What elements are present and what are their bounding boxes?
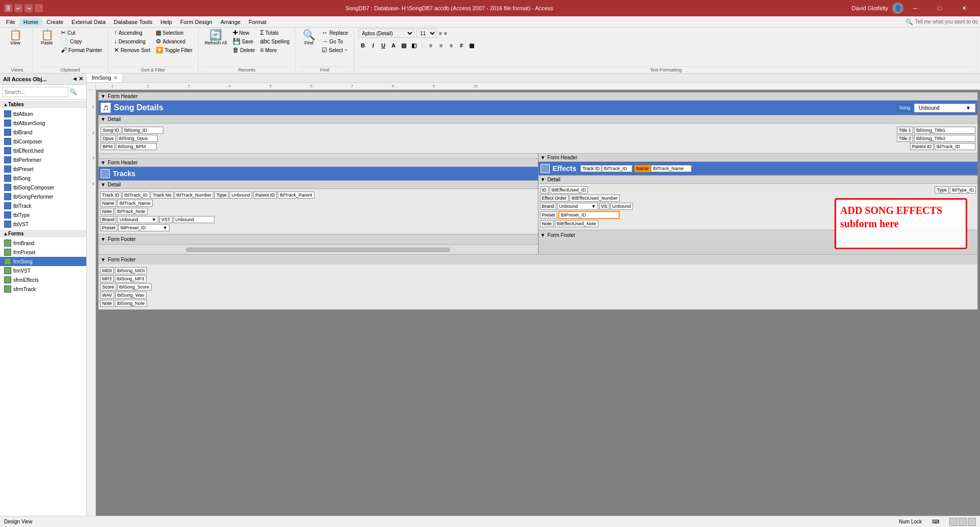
design-view-icon[interactable] [949,518,958,526]
menu-home[interactable]: Home [19,18,42,26]
songid-input[interactable]: tblSong_ID [122,127,163,134]
menu-arrange[interactable]: Arrange [216,18,244,26]
cut-button[interactable]: ✂ Cut [59,29,104,37]
close-button[interactable]: ✕ [952,0,976,16]
sidebar-item-frmbrand[interactable]: frmBrand [0,238,86,248]
sidebar-collapse-icon[interactable]: ◄ [72,76,78,82]
effects-brand-combo[interactable]: Unbound ▼ [557,203,598,210]
font-select[interactable]: Aptos (Detail) [358,29,414,38]
track-no-input[interactable]: tblTrack_Number [175,191,214,199]
sidebar-item-tblsongperformer[interactable]: tblSongPerformer [0,192,86,201]
menu-file[interactable]: File [2,18,19,26]
remove-sort-button[interactable]: ✕ Remove Sort [112,46,152,54]
bold-button[interactable]: B [358,41,368,50]
score-input[interactable]: tblSong_Score [117,283,152,291]
opus-input[interactable]: tblSong_Opus [117,135,158,142]
sidebar-item-tblperformer[interactable]: tblPerformer [0,155,86,164]
sidebar-item-tblsongcomposer[interactable]: tblSongComposer [0,183,86,192]
align-left-button[interactable]: ≡ [426,41,435,50]
brand-combo[interactable]: Unbound ▼ [117,216,158,223]
replace-button[interactable]: ↔ Replace [320,29,350,37]
forms-section-header[interactable]: ▲ Forms [0,230,86,237]
minimize-button[interactable]: ─ [903,0,927,16]
sidebar-expand-icon[interactable]: ✕ [79,76,83,82]
copy-button[interactable]: 📄 Copy [59,37,104,45]
undo-icon[interactable]: ↩ [14,4,22,12]
doc-tab-close[interactable]: ✕ [113,75,117,81]
tracks-scroll-thumb[interactable] [186,248,450,252]
effects-note-input[interactable]: tblEffectUsed_Note [555,220,598,227]
save-button[interactable]: 💾 Save [231,37,257,45]
wav-input[interactable]: tblSong_Wav [115,292,146,299]
menu-external-data[interactable]: External Data [67,18,110,26]
mp3-input[interactable]: tblSong_MP3 [115,275,146,282]
sidebar-item-frmvst[interactable]: frmVST [0,266,86,275]
effects-preset-input[interactable]: tblPreset_ID [558,211,620,219]
vst-combo[interactable]: Unbound [174,216,214,223]
song-combo[interactable]: Unbound ▼ [914,104,975,112]
select-button[interactable]: ☑ Select ~ [320,46,350,54]
doc-tab-frmsong[interactable]: frmSong ✕ [87,74,123,82]
totals-button[interactable]: Σ Totals [258,29,291,37]
advanced-button[interactable]: ⚙ Advanced [154,37,194,45]
find-button[interactable]: 🔍 Find [300,29,318,46]
font-size-select[interactable]: 11 [416,29,437,38]
parent-id-input[interactable]: tblTrack_Parent [278,191,314,199]
alt-row-button[interactable]: ▦ [467,41,476,50]
form-view-icon[interactable] [968,518,976,526]
menu-form-design[interactable]: Form Design [176,18,216,26]
spelling-button[interactable]: abc Spelling [258,37,291,45]
goto-button[interactable]: → Go To [320,37,350,45]
note-input[interactable]: tblTrack_Note [115,208,148,215]
highlight-button[interactable]: ▨ [399,41,408,50]
redo-icon[interactable]: ↪ [24,4,33,12]
midi-input[interactable]: tblSong_MIDI [115,267,147,274]
type-input[interactable]: Unbound [230,191,253,199]
sidebar-item-sfrmtrack[interactable]: sfrmTrack [0,284,86,294]
pin-icon[interactable]: 📌 [35,4,43,12]
menu-create[interactable]: Create [42,18,67,26]
effects-name-input[interactable]: tblTrack_Name [651,165,692,172]
delete-button[interactable]: 🗑 Delete [231,46,257,54]
menu-format[interactable]: Format [244,18,271,26]
tables-section-header[interactable]: ▲ Tables [0,101,86,108]
sidebar-item-tbleffectused[interactable]: tblEffectUsed [0,146,86,155]
italic-button[interactable]: I [369,41,378,50]
sidebar-item-tblalbum[interactable]: tblAlbum [0,109,86,118]
maximize-button[interactable]: □ [928,0,951,16]
effects-brand-right[interactable]: Unbound [610,203,633,210]
effects-trackid-input[interactable]: tblTrack_ID [602,165,632,172]
name-input[interactable]: tblTrack_Name [117,200,153,207]
sidebar-item-tblpreset[interactable]: tblPreset [0,164,86,174]
type-input[interactable]: tblType_ID [950,186,976,194]
underline-button[interactable]: U [379,41,388,50]
id-input[interactable]: tblEffectUsed_ID [550,186,588,194]
tracks-h-scrollbar[interactable] [99,244,538,254]
sidebar-item-tbltrack[interactable]: tblTrack [0,201,86,210]
sidebar-item-tblalbumsong[interactable]: tblAlbumSong [0,118,86,128]
paste-button[interactable]: 📋 Paste [37,29,57,46]
sidebar-item-tblcomposer[interactable]: tblComposer [0,137,86,146]
sidebar-item-tbltype[interactable]: tblType [0,210,86,220]
sidebar-item-tblbrand[interactable]: tblBrand [0,128,86,137]
bpm-input[interactable]: tblSong_BPM [116,143,157,150]
note-input[interactable]: tblSong_Note [115,300,147,307]
sidebar-item-tblsong[interactable]: tblSong [0,174,86,183]
search-input[interactable] [2,87,68,97]
new-record-button[interactable]: ✚ New [231,29,257,37]
refresh-button[interactable]: 🔄 Refresh All [203,29,229,46]
align-right-button[interactable]: ≡ [447,41,456,50]
font-color-button[interactable]: A [389,41,398,50]
selection-button[interactable]: ▦ Selection [154,29,194,37]
format-painter-button[interactable]: 🖌 Format Painter [59,46,104,54]
layout-view-icon[interactable] [959,518,967,526]
user-icon[interactable]: 👤 [892,3,903,14]
track-id-input[interactable]: tblTrack_ID [122,191,150,199]
parentid-input[interactable]: tblTrack_ID [935,143,975,150]
sidebar-item-frmsong[interactable]: frmSong [0,257,86,266]
sidebar-item-sfrmeffects[interactable]: sfrmEffects [0,275,86,284]
descending-button[interactable]: ↓ Descending [112,37,152,45]
ascending-button[interactable]: ↑ Ascending [112,29,152,37]
more-button[interactable]: ≡ More [258,46,291,54]
bg-color-button[interactable]: ◧ [409,41,419,50]
